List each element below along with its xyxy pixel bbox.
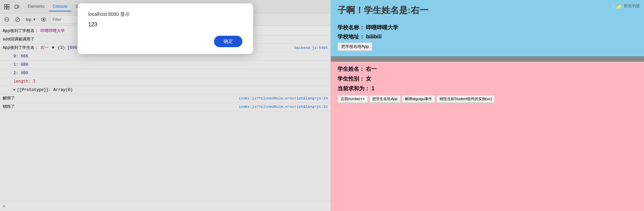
alert-dialog: localhost:8080 显示 123 确定 (78, 3, 253, 54)
bookmark-folder-icon: 📁 (616, 4, 622, 9)
student-name-line: 学生姓名： 右一 (338, 66, 637, 73)
student-sum-label: 当前求和为： (338, 86, 370, 91)
student-name-value: 右一 (366, 66, 377, 72)
alert-message: 123 (88, 22, 242, 28)
student-gender-line: 学生性别： 女 (338, 76, 637, 83)
destroy-vc-button[interactable]: 销毁当前Student组件的实例(vc) (436, 95, 495, 103)
student-component: 学生姓名： 右一 学生性别： 女 当前求和为： 1 点我number++ 把学生… (331, 62, 644, 211)
app-title: 子啊！学生姓名是:右一 (338, 4, 428, 16)
alert-confirm-button[interactable]: 确定 (214, 36, 242, 47)
school-name-label: 学校名称： (338, 25, 365, 30)
number-increment-button[interactable]: 点我number++ (338, 95, 368, 103)
unbind-event-button[interactable]: 解绑atguigu事件 (402, 95, 435, 103)
devtools-panel: Elements Console Sources Performance N t… (0, 0, 331, 211)
student-name-label: 学生姓名： (338, 66, 365, 72)
modal-overlay: localhost:8080 显示 123 确定 (0, 0, 330, 211)
student-sum-value: 1 (371, 86, 374, 91)
school-address-value: bilibili (366, 34, 381, 39)
student-gender-value: 女 (366, 76, 371, 82)
bookmarks-bar: | 📁 所有书签 (612, 3, 640, 10)
bookmarks-label: 所有书签 (624, 3, 640, 9)
student-sum-line: 当前求和为： 1 (338, 85, 637, 92)
send-name-button[interactable]: 把学生名给App (369, 95, 401, 103)
app-title-bar: 子啊！学生姓名是:右一 (331, 0, 644, 20)
gray-separator (331, 56, 644, 62)
school-component: 学校名称： 哔哩哔哩大学 学校地址： bilibili 把学校名给App (331, 20, 644, 56)
school-name-value: 哔哩哔哩大学 (366, 25, 398, 30)
student-gender-label: 学生性别： (338, 76, 365, 82)
bookmarks-divider: | (612, 3, 614, 10)
school-address-line: 学校地址： bilibili (338, 33, 637, 40)
alert-buttons: 确定 (88, 36, 242, 47)
school-address-label: 学校地址： (338, 34, 365, 39)
alert-header: localhost:8080 显示 (88, 11, 242, 18)
student-buttons: 点我number++ 把学生名给App 解绑atguigu事件 销毁当前Stud… (338, 95, 637, 103)
school-send-button[interactable]: 把学校名给App (338, 42, 372, 51)
school-name-line: 学校名称： 哔哩哔哩大学 (338, 24, 637, 31)
webpage-panel: | 📁 所有书签 子啊！学生姓名是:右一 学校名称： 哔哩哔哩大学 学校地址： … (331, 0, 644, 211)
